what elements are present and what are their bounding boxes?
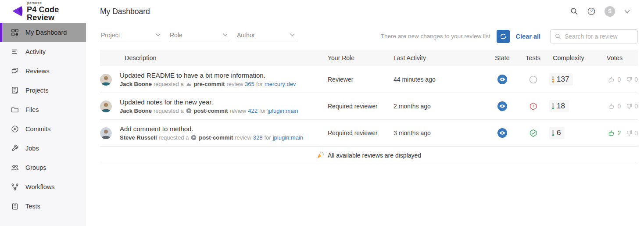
all-reviews-displayed-message: All available reviews are displayed [100,147,638,164]
sidebar-item-label: Reviews [25,68,50,75]
perforce-logo-icon [12,6,23,17]
sidebar-item-label: Commits [25,126,50,133]
sidebar-item-label: My Dashboard [25,29,67,36]
last-activity-value: 3 months ago [394,129,488,136]
upvote-button[interactable]: 0 [608,103,621,110]
tests-not-run-icon [529,75,537,84]
search-icon [555,33,561,39]
review-search-box[interactable] [550,29,638,43]
filter-toolbar: Project Role Author There are new change… [100,23,638,50]
last-activity-value: 44 minutes ago [394,76,488,83]
review-word: review [235,134,251,141]
thumbs-down-icon [626,76,632,83]
sidebar-item-files[interactable]: Files [0,100,86,119]
upvote-count: 0 [617,76,621,83]
commit-type: post-commit [194,108,228,114]
complexity-bar-icon [552,76,554,83]
for-word: for [265,134,271,141]
table-row[interactable]: Updated notes for the new year. Jack Boo… [100,93,638,120]
tests-passed-icon [529,129,537,137]
branch-link[interactable]: mercury:dev [265,81,296,87]
review-title[interactable]: Updated README to have a bit more inform… [120,72,296,79]
role-filter-select[interactable]: Role [169,31,229,42]
review-author[interactable]: Jack Boone [120,81,152,87]
chevron-down-icon[interactable] [624,10,630,13]
sidebar-item-my-dashboard[interactable]: My Dashboard [0,23,86,42]
sidebar-item-tests[interactable]: Tests [0,197,86,216]
post-commit-icon [191,135,197,140]
upvote-button[interactable]: 2 [608,129,621,136]
thumbs-up-icon [608,76,615,83]
downvote-count: 0 [634,129,638,136]
sidebar-item-label: Tests [25,203,40,210]
clipboard-icon [11,202,19,210]
upvote-button[interactable]: 0 [608,76,621,83]
main-content: Project Role Author There are new change… [86,23,644,226]
project-filter-select[interactable]: Project [100,31,161,42]
state-needs-review-icon [497,75,507,84]
clear-all-button[interactable]: Clear all [516,33,540,40]
top-bar: perforce P4 Code Review My Dashboard ? S [0,0,644,23]
review-word: review [230,108,247,114]
dashboard-grid-icon [11,29,19,36]
sidebar-item-groups[interactable]: Groups [0,158,86,177]
page-title: My Dashboard [100,7,150,16]
complexity-bar-icon [552,103,554,109]
table-row[interactable]: Add comment to method. Steve Russell req… [100,120,638,147]
table-header: Description Your Role Last Activity Stat… [100,50,638,66]
review-title[interactable]: Add comment to method. [120,125,303,133]
review-author[interactable]: Steve Russell [120,134,157,141]
upvote-count: 0 [617,103,621,110]
your-role-value: Required reviewer [328,129,394,136]
column-complexity: Complexity [549,54,591,61]
downvote-button[interactable]: 0 [626,129,638,136]
author-filter-label: Author [237,32,255,39]
table-row[interactable]: Updated README to have a bit more inform… [100,66,638,93]
last-activity-value: 2 months ago [394,103,488,110]
column-last-activity: Last Activity [394,54,488,61]
search-icon[interactable] [570,7,578,15]
sidebar-item-jobs[interactable]: Jobs [0,139,86,158]
user-avatar[interactable]: S [605,6,615,17]
sidebar-item-workflows[interactable]: Workflows [0,177,86,197]
for-word: for [256,81,263,87]
role-filter-label: Role [170,32,182,39]
sidebar-item-reviews[interactable]: Reviews [0,61,86,81]
folder-icon [11,106,19,114]
sidebar-item-activity[interactable]: Activity [0,42,86,61]
review-id-link[interactable]: 328 [253,134,263,141]
review-author[interactable]: Jack Boone [120,108,152,114]
avatar[interactable] [100,74,112,86]
thumbs-down-icon [626,130,632,136]
commit-type: post-commit [199,134,233,141]
sidebar-item-label: Files [25,106,39,113]
sidebar: My Dashboard Activity Reviews Projects [0,23,86,226]
brand-logo[interactable]: perforce P4 Code Review [0,1,86,22]
column-description: Description [100,54,328,61]
column-votes: Votes [591,54,638,61]
downvote-button[interactable]: 0 [626,103,638,110]
new-changes-notice: There are new changes to your review lis… [381,33,490,39]
requested-text: requested a [159,134,189,141]
chevron-down-icon [156,33,161,36]
commit-type: pre-commit [194,81,225,87]
for-word: for [259,108,266,114]
avatar[interactable] [100,100,112,112]
commit-circle-icon [11,125,19,133]
author-filter-select[interactable]: Author [236,31,296,42]
activity-lines-icon [11,48,19,56]
review-id-link[interactable]: 365 [245,81,254,87]
refresh-button[interactable] [497,30,510,43]
branch-link[interactable]: jplugin:main [273,134,303,141]
downvote-button[interactable]: 0 [626,76,638,83]
branch-link[interactable]: jplugin:main [268,108,298,114]
complexity-value: 18 [557,102,565,111]
review-search-input[interactable] [565,33,633,40]
avatar[interactable] [100,127,112,139]
sidebar-item-label: Jobs [25,145,39,152]
help-icon[interactable]: ? [587,7,595,15]
review-title[interactable]: Updated notes for the new year. [120,98,298,106]
sidebar-item-commits[interactable]: Commits [0,119,86,139]
sidebar-item-projects[interactable]: Projects [0,81,86,100]
review-id-link[interactable]: 422 [248,108,258,114]
